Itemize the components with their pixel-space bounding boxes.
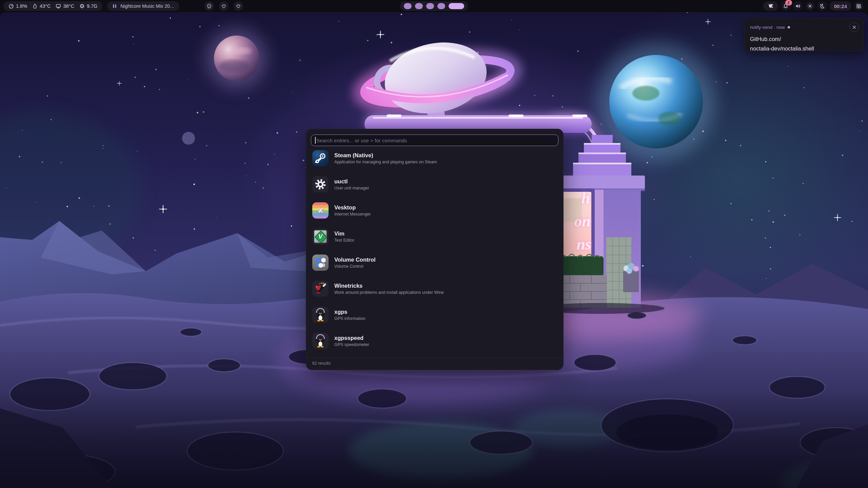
notification-close-button[interactable] xyxy=(849,22,859,32)
memory-usage-value: 9.7G xyxy=(87,3,97,9)
winetricks-icon xyxy=(312,281,329,297)
notification-line-2: noctalia-dev/noctalia.shell xyxy=(750,44,858,53)
app-description: User unit manager xyxy=(334,186,369,190)
list-item[interactable]: Winetricks Work around problems and inst… xyxy=(312,281,557,297)
app-name: Vim xyxy=(334,230,354,237)
search-bar[interactable] xyxy=(311,135,558,146)
text-caret xyxy=(315,137,316,144)
gpu-temp: 38°C xyxy=(56,3,74,9)
vim-icon: V xyxy=(312,228,329,245)
pause-icon xyxy=(112,3,117,9)
app-description: Volume Control xyxy=(334,264,376,269)
tray-item-vesktop[interactable]: VC xyxy=(763,1,778,11)
tux-gps-icon xyxy=(312,333,329,349)
app-description: Internet Messenger xyxy=(334,212,371,217)
app-description: GPS speedometer xyxy=(334,342,369,347)
gpu-temp-value: 38°C xyxy=(63,3,74,9)
svg-text:ns: ns xyxy=(577,236,591,253)
cpu-usage-value: 1.8% xyxy=(16,3,27,9)
small-moon xyxy=(182,132,195,145)
gear-icon xyxy=(312,176,329,192)
notification-popup[interactable]: notify-send · now GitHub.com/ noctalia-d… xyxy=(744,18,864,52)
cpu-temp: 43°C xyxy=(32,3,51,9)
screen-corner xyxy=(863,12,868,17)
app-description: Application for managing and playing gam… xyxy=(334,160,437,164)
workspace-dot-3[interactable] xyxy=(426,3,434,9)
skull-button[interactable] xyxy=(204,1,214,11)
heart-icon xyxy=(236,3,241,9)
display-temp-icon xyxy=(56,3,61,9)
app-description: GPS information xyxy=(334,316,366,321)
unread-dot xyxy=(788,26,790,28)
workspace-dot-2[interactable] xyxy=(415,3,423,9)
memory-icon xyxy=(79,3,85,9)
tux-gps-icon xyxy=(312,307,329,323)
media-player-widget[interactable]: Nightcore Music Mix 20… xyxy=(107,1,179,11)
volume-button[interactable] xyxy=(793,1,803,11)
workspace-indicator[interactable] xyxy=(400,1,468,11)
mauve-planet xyxy=(208,29,266,87)
list-item[interactable]: uuctl User unit manager xyxy=(312,176,557,192)
heart-button-2[interactable] xyxy=(234,1,243,11)
sun-icon xyxy=(807,3,813,9)
screen-corner xyxy=(0,12,5,17)
list-item[interactable]: Steam (Native) Application for managing … xyxy=(312,150,557,166)
app-name: Vesktop xyxy=(334,204,371,211)
app-launcher: Steam (Native) Application for managing … xyxy=(306,129,564,370)
heart-button-1[interactable] xyxy=(219,1,229,11)
notification-source: notify-send · now xyxy=(750,25,785,30)
app-name: Volume Control xyxy=(334,257,376,263)
app-name: xgps xyxy=(334,309,366,315)
clock-widget[interactable]: 00:24 xyxy=(830,1,851,11)
grid-plus-icon xyxy=(856,3,862,9)
list-item[interactable]: xgps GPS information xyxy=(312,307,557,323)
app-name: Winetricks xyxy=(334,283,444,289)
vesktop-icon: VC xyxy=(312,202,329,219)
list-item[interactable]: Volume Control Volume Control xyxy=(312,255,557,271)
search-input[interactable] xyxy=(311,135,558,146)
workspace-dot-1[interactable] xyxy=(404,3,412,9)
app-name: Steam (Native) xyxy=(334,152,437,159)
app-description: Text Editor xyxy=(334,238,354,243)
notification-count-badge: 2 xyxy=(785,0,792,5)
widgets-button[interactable] xyxy=(854,1,864,11)
skull-icon xyxy=(206,3,212,9)
heart-icon xyxy=(221,3,226,9)
system-stats-widget[interactable]: 1.8% 43°C 38°C 9.7G xyxy=(3,1,102,11)
brightness-button[interactable] xyxy=(805,1,815,11)
speaker-icon xyxy=(795,3,801,9)
list-item[interactable]: V Vim Text Editor xyxy=(312,228,557,245)
app-name: xgpsspeed xyxy=(334,335,369,341)
clock-text: 00:24 xyxy=(834,3,847,9)
svg-text:h: h xyxy=(581,189,590,207)
search-results: Steam (Native) Application for managing … xyxy=(306,146,563,349)
app-name: uuctl xyxy=(334,178,369,185)
workspace-dot-active[interactable] xyxy=(449,3,464,9)
gauge-icon xyxy=(8,3,14,9)
cpu-usage: 1.8% xyxy=(8,3,27,9)
list-item[interactable]: VC Vesktop Internet Messenger xyxy=(312,202,557,219)
temperature-icon xyxy=(32,3,38,9)
memory-usage: 9.7G xyxy=(79,3,97,9)
volume-sliders-icon xyxy=(312,255,329,271)
cpu-temp-value: 43°C xyxy=(40,3,51,9)
notifications-button[interactable]: 2 xyxy=(781,1,790,11)
svg-text:on: on xyxy=(574,212,591,230)
steam-icon xyxy=(312,150,329,166)
desktop: h h on on ns ns xyxy=(0,0,868,488)
workspace-dot-4[interactable] xyxy=(437,3,445,9)
app-description: Work around problems and install applica… xyxy=(334,290,444,295)
results-count: 62 results xyxy=(307,358,563,370)
media-title: Nightcore Music Mix 20… xyxy=(120,3,175,9)
vesktop-tray-icon: VC xyxy=(769,4,772,8)
top-bar: 1.8% 43°C 38°C 9.7G xyxy=(0,0,868,12)
list-item[interactable]: xgpsspeed GPS speedometer xyxy=(312,333,557,349)
moon-off-icon xyxy=(820,3,825,9)
night-light-button[interactable] xyxy=(817,1,827,11)
notification-line-1: GitHub.com/ xyxy=(750,34,858,44)
close-icon xyxy=(852,25,856,29)
